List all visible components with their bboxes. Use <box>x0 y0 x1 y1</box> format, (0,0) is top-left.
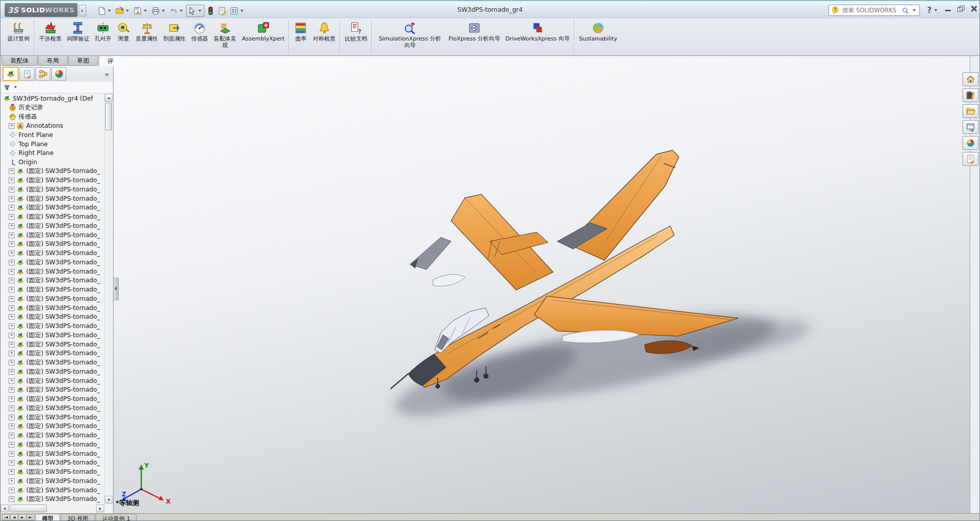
tree-item[interactable]: + (固定) SW3dPS-tornado_ <box>2 267 104 276</box>
expander-icon[interactable]: + <box>9 178 14 183</box>
expander-icon[interactable]: + <box>9 196 14 202</box>
tree-item[interactable]: + (固定) SW3dPS-tornado_ <box>2 194 104 203</box>
search-dropdown-icon[interactable] <box>913 9 916 11</box>
dropdown-arrow-icon[interactable] <box>144 10 147 12</box>
tree-item[interactable]: + (固定) SW3dPS-tornado_ <box>2 258 104 267</box>
dropdown-arrow-icon[interactable] <box>240 10 243 12</box>
task-pane-tab[interactable] <box>963 104 978 118</box>
tree-item[interactable]: + (固定) SW3dPS-tornado_ <box>2 203 104 213</box>
dropdown-arrow-icon[interactable] <box>180 10 183 12</box>
expander-icon[interactable]: + <box>9 423 14 429</box>
expander-icon[interactable]: + <box>9 460 14 466</box>
ribbon-button[interactable]: 剖面属性 <box>161 20 188 54</box>
tree-item[interactable]: + (固定) SW3dPS-tornado_ <box>2 240 104 249</box>
tornado-gr4-model[interactable] <box>114 56 970 514</box>
dropdown-arrow-icon[interactable] <box>126 10 129 12</box>
help-button[interactable]: ? <box>927 6 932 15</box>
mode-tab[interactable]: 3D 视图 <box>61 514 95 520</box>
panel-collapse-handle[interactable] <box>114 278 119 300</box>
expander-icon[interactable]: + <box>9 360 14 365</box>
minimize-button[interactable] <box>945 6 951 11</box>
tree-item[interactable]: + (固定) SW3dPS-tornado_ <box>2 376 104 385</box>
tree-item[interactable]: + (固定) SW3dPS-tornado_ <box>2 349 104 358</box>
expander-icon[interactable]: + <box>9 205 14 210</box>
expander-icon[interactable]: + <box>9 269 14 275</box>
expander-icon[interactable]: + <box>9 223 14 229</box>
expander-icon[interactable]: + <box>9 396 14 402</box>
quick-access-button[interactable] <box>114 5 131 16</box>
tree-item[interactable]: + (固定) SW3dPS-tornado_ <box>2 185 104 195</box>
search-icon[interactable] <box>901 7 909 14</box>
ribbon-button[interactable] <box>340 20 341 54</box>
task-pane-tab[interactable] <box>963 72 978 86</box>
expander-icon[interactable]: + <box>9 333 14 338</box>
display-manager-tab[interactable] <box>51 67 66 81</box>
scroll-right-button[interactable] <box>96 505 104 512</box>
ribbon-button[interactable]: 曲率 <box>292 20 310 54</box>
help-search-box[interactable] <box>828 5 920 16</box>
expander-icon[interactable]: + <box>9 305 14 311</box>
quick-access-button[interactable] <box>96 5 114 16</box>
expander-icon[interactable]: + <box>9 406 14 411</box>
expander-icon[interactable]: + <box>9 351 14 356</box>
tree-root-item[interactable]: SW3dPS-tornado_gr4 (Def <box>2 94 104 103</box>
task-pane-tab[interactable] <box>963 136 978 150</box>
tab-nav-button[interactable]: ◀ <box>10 514 18 520</box>
help-dropdown-icon[interactable] <box>934 9 937 11</box>
quick-access-button[interactable] <box>186 5 204 17</box>
panel-expand-button[interactable]: » <box>105 70 111 78</box>
tree-item[interactable]: + (固定) SW3dPS-tornado_ <box>2 449 104 458</box>
tree-item[interactable]: + (固定) SW3dPS-tornado_ <box>2 395 104 404</box>
dropdown-arrow-icon[interactable] <box>108 10 111 12</box>
command-tab[interactable]: 装配体 <box>2 56 37 66</box>
expander-icon[interactable]: + <box>9 260 14 265</box>
expander-icon[interactable]: + <box>9 214 14 220</box>
command-tab[interactable]: 草图 <box>68 56 98 66</box>
ribbon-button[interactable]: 装配体直观 <box>211 20 239 54</box>
expander-icon[interactable]: + <box>9 378 14 384</box>
ribbon-button[interactable]: FloXpress 分析向导 <box>446 20 502 54</box>
ribbon-button[interactable]: 干涉检查 <box>37 20 64 54</box>
tab-nav-button[interactable]: ▶ <box>18 514 26 520</box>
tree-item[interactable]: + (固定) SW3dPS-tornado_ <box>2 340 104 349</box>
tree-item[interactable]: + (固定) SW3dPS-tornado_ <box>2 413 104 422</box>
tree-item[interactable]: + (固定) SW3dPS-tornado_ <box>2 167 104 176</box>
expander-icon[interactable]: + <box>9 187 14 192</box>
tree-item[interactable]: + (固定) SW3dPS-tornado_ <box>2 313 104 322</box>
expander-icon[interactable]: + <box>9 442 14 448</box>
tree-item[interactable]: + (固定) SW3dPS-tornado_ <box>2 331 104 340</box>
tree-item[interactable]: + (固定) SW3dPS-tornado_ <box>2 431 104 440</box>
tree-item[interactable]: + (固定) SW3dPS-tornado_ <box>2 422 104 431</box>
tree-item[interactable]: + (固定) SW3dPS-tornado_ <box>2 358 104 368</box>
tree-item[interactable]: + (固定) SW3dPS-tornado_ <box>2 468 104 477</box>
filter-dropdown-icon[interactable] <box>14 86 17 88</box>
tree-item[interactable]: + (固定) SW3dPS-tornado_ <box>2 249 104 258</box>
ribbon-button[interactable] <box>371 20 372 54</box>
ribbon-button[interactable]: 比较文档 <box>343 20 369 54</box>
task-pane-tab[interactable] <box>963 120 978 134</box>
ribbon-button[interactable]: 间隙验证 <box>65 20 91 54</box>
tree-item[interactable]: + (固定) SW3dPS-tornado_ <box>2 285 104 295</box>
tree-item[interactable]: Origin <box>2 158 104 167</box>
tree-item[interactable]: 传感器 <box>2 112 104 122</box>
ribbon-button[interactable]: AssemblyXpert <box>240 20 287 54</box>
configuration-manager-tab[interactable] <box>35 67 50 81</box>
tree-item[interactable]: + (固定) SW3dPS-tornado_ <box>2 322 104 331</box>
design-study-button[interactable]: 设计算例 <box>5 20 32 54</box>
menu-expand-button[interactable]: ▸ <box>79 5 86 16</box>
close-button[interactable] <box>970 6 977 11</box>
tree-item[interactable]: + (固定) SW3dPS-tornado_ <box>2 385 104 395</box>
scroll-down-button[interactable] <box>105 496 112 504</box>
tree-item[interactable]: + Annotations <box>2 121 104 130</box>
tree-item[interactable]: 历史记录 <box>2 103 104 112</box>
tree-item[interactable]: Top Plane <box>2 140 104 149</box>
tree-item[interactable]: + (固定) SW3dPS-tornado_ <box>2 213 104 222</box>
tree-item[interactable]: + (固定) SW3dPS-tornado_ <box>2 176 104 185</box>
tree-item[interactable]: + (固定) SW3dPS-tornado_ <box>2 230 104 240</box>
tree-item[interactable]: + (固定) SW3dPS-tornado_ <box>2 477 104 486</box>
expander-icon[interactable]: + <box>9 250 14 256</box>
quick-access-button[interactable] <box>150 5 167 16</box>
tab-nav-button[interactable]: ▶| <box>27 514 34 520</box>
expander-icon[interactable]: + <box>9 233 14 238</box>
ribbon-button[interactable]: SimulationXpress 分析向导 <box>374 20 445 54</box>
